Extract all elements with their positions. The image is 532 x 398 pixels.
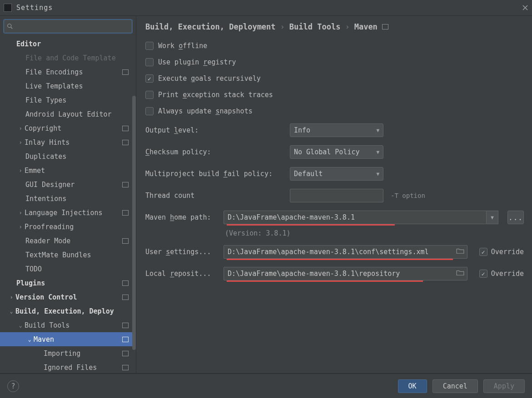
label-work-offline: Work offline [158,42,207,50]
chevron-right-icon: › [345,22,349,31]
label-fail-policy: Multiproject build fail policy: [145,170,284,178]
tree-item[interactable]: ›Emmet [0,163,132,177]
sidebar: Editor File and Code Template File Encod… [0,16,136,373]
tree-item[interactable]: Reader Mode [0,234,132,248]
tree-item[interactable]: GUI Designer [0,177,132,192]
project-scope-icon [122,210,129,216]
tree-item-build-tools[interactable]: ⌄Build Tools [0,318,132,332]
project-scope-icon [122,140,129,145]
label-plugin-registry: Use plugin registry [158,58,236,66]
label-local-repo: Local reposit... [145,270,218,278]
help-button[interactable]: ? [7,380,19,392]
chevron-right-icon: › [8,294,15,300]
label-output-level: Output level: [145,126,284,134]
titlebar: Settings [0,0,532,15]
chevron-right-icon: › [17,224,24,230]
project-scope-icon [122,295,129,300]
maven-version: (Version: 3.8.1) [145,229,524,237]
section-build[interactable]: ⌄Build, Execution, Deploy [0,304,132,318]
checkbox-override-settings[interactable] [479,248,487,256]
search-icon [7,23,13,29]
checkbox-plugin-registry[interactable] [145,58,154,66]
select-fail-policy[interactable]: Default▼ [290,167,383,181]
settings-window: Settings Editor File and Code Template F… [0,0,532,398]
section-vcs[interactable]: ›Version Control [0,290,132,304]
tree-item[interactable]: ›Language Injections [0,206,132,220]
project-scope-icon [122,323,129,328]
project-scope-icon [122,182,129,187]
tree-item-importing[interactable]: Importing [0,346,132,360]
cancel-button[interactable]: Cancel [433,379,478,393]
chevron-down-icon: ⌄ [17,322,24,329]
label-execute-goals: Execute goals recursively [158,74,261,83]
project-scope-icon [122,365,129,370]
chevron-down-icon: ▼ [376,171,379,177]
close-icon[interactable] [522,5,528,11]
search-input[interactable] [15,22,129,30]
select-output-level[interactable]: Info▼ [290,123,383,137]
checkbox-override-repo[interactable] [479,270,487,278]
label-print-exception: Print exception stack traces [158,91,273,99]
project-scope-icon [122,238,129,244]
input-local-repo[interactable]: D:\JavaFrame\apache-maven-3.8.1\reposito… [224,267,467,280]
input-user-settings[interactable]: D:\JavaFrame\apache-maven-3.8.1\conf\set… [224,245,467,259]
crumb-build-tools[interactable]: Build Tools [289,22,341,31]
settings-tree[interactable]: Editor File and Code Template File Encod… [0,37,136,373]
tree-item[interactable]: Duplicates [0,149,132,163]
browse-maven-home-button[interactable]: ... [507,211,524,224]
app-icon [4,4,12,12]
main-panel: Build, Execution, Deployment › Build Too… [136,16,532,373]
window-title: Settings [16,4,53,12]
section-editor[interactable]: Editor [0,37,132,51]
apply-button[interactable]: Apply [483,379,525,393]
breadcrumb: Build, Execution, Deployment › Build Too… [145,22,532,31]
chevron-right-icon: › [17,167,24,174]
label-checksum-policy: Checksum policy: [145,148,284,156]
checkbox-print-exception[interactable] [145,91,154,99]
tree-item[interactable]: ›Copyright [0,121,132,135]
dialog-footer: ? OK Cancel Apply [0,373,532,398]
tree-item-ignored[interactable]: Ignored Files [0,360,132,373]
chevron-right-icon: › [280,22,285,31]
folder-icon[interactable] [456,248,464,256]
tree-item[interactable]: Android Layout Editor [0,107,132,121]
settings-search[interactable] [4,20,132,33]
input-maven-home[interactable]: D:\JavaFrame\apache-maven-3.8.1 [224,211,487,224]
crumb-build[interactable]: Build, Execution, Deployment [145,22,276,31]
tree-item[interactable]: Live Templates [0,79,132,93]
tree-item-maven[interactable]: ⌄Maven [0,332,132,346]
chevron-down-icon: ▼ [376,128,379,133]
input-thread-count[interactable] [290,189,383,202]
chevron-down-icon: ⌄ [8,308,15,314]
svg-point-0 [8,24,11,28]
checkbox-update-snapshots[interactable] [145,107,154,115]
label-override: Override [491,248,524,256]
chevron-down-icon: ▼ [376,149,379,155]
tree-item[interactable]: ›Proofreading [0,220,132,234]
sidebar-scrollbar[interactable] [132,96,136,350]
maven-home-dropdown[interactable]: ▼ [487,211,498,224]
select-checksum-policy[interactable]: No Global Policy▼ [290,145,383,159]
tree-item[interactable]: TODO [0,262,132,276]
section-plugins[interactable]: Plugins [0,276,132,290]
ok-button[interactable]: OK [398,379,427,393]
project-scope-icon [122,69,129,75]
chevron-down-icon: ⌄ [26,336,33,343]
folder-icon[interactable] [456,270,464,278]
tree-item[interactable]: File and Code Template [0,51,132,65]
tree-item[interactable]: Intentions [0,192,132,206]
tree-item[interactable]: File Types [0,93,132,107]
project-scope-icon [122,351,129,356]
tree-item[interactable]: TextMate Bundles [0,248,132,262]
chevron-right-icon: › [17,139,24,146]
checkbox-execute-goals[interactable] [145,74,154,83]
checkbox-work-offline[interactable] [145,42,154,50]
tree-item[interactable]: ›Inlay Hints [0,135,132,149]
label-update-snapshots: Always update snapshots [158,107,253,115]
tree-item[interactable]: File Encodings [0,65,132,79]
crumb-maven: Maven [354,22,378,31]
project-scope-icon [122,280,129,286]
project-scope-icon [122,337,129,342]
project-scope-icon [382,24,388,29]
label-override: Override [491,270,524,278]
